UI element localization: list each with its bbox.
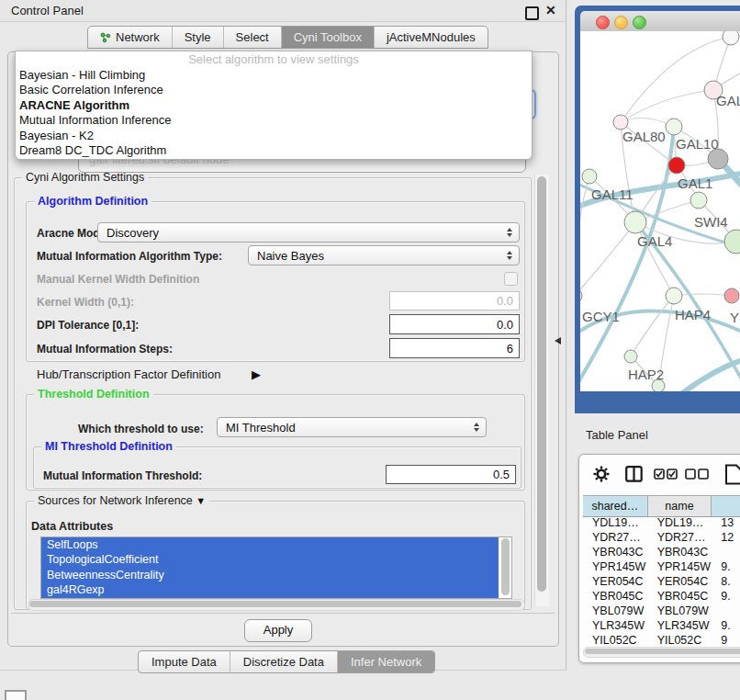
table-row[interactable]: YPR145WYPR145W9. [583, 559, 740, 574]
tab-infer-network[interactable]: Infer Network [338, 651, 434, 672]
data-attributes-label: Data Attributes [31, 520, 113, 533]
table-body[interactable]: YDL19…YDL19…13 YDR27…YDR27…12 YBR043CYBR… [583, 515, 740, 644]
algorithm-option[interactable]: Dream8 DC_TDC Algorithm [16, 143, 532, 158]
network-graph[interactable] [580, 31, 740, 391]
deselect-all-checkboxes-icon[interactable] [685, 469, 709, 480]
group-title: Cyni Algorithm Settings [22, 171, 148, 184]
network-node-swi4[interactable] [690, 192, 707, 209]
column-layout-icon[interactable] [625, 466, 643, 482]
select-all-checkboxes-icon[interactable] [654, 469, 678, 480]
algorithm-option-selected[interactable]: ARACNE Algorithm [16, 98, 532, 113]
sources-title: Sources for Network Inference [38, 494, 193, 507]
stepper-arrows-icon [507, 251, 512, 260]
aracne-mode-combobox[interactable]: Discovery [97, 222, 520, 243]
network-node-gal10[interactable] [666, 119, 682, 135]
column-header-name[interactable]: name [648, 496, 712, 516]
tab-label: Infer Network [351, 655, 421, 669]
algorithm-option[interactable]: Basic Correlation Inference [16, 83, 532, 97]
settings-horizontal-scrollbar[interactable] [28, 599, 525, 611]
network-node-gal11[interactable] [582, 169, 597, 184]
table-row[interactable]: YBL079WYBL079W [583, 604, 740, 618]
table-row[interactable]: YLR345WYLR345W9. [583, 618, 740, 633]
collapse-arrow-icon[interactable]: ▶ [252, 367, 261, 381]
close-icon[interactable]: ✕ [545, 3, 556, 17]
network-canvas[interactable]: GAL GAL80 GAL10 GAL1 GAL11 SWI4 GAL4 GCY… [580, 31, 740, 391]
scrollbar-thumb[interactable] [585, 649, 740, 654]
mi-type-value: Naive Bayes [257, 249, 324, 263]
table-row[interactable]: YDR27…YDR27…12 [583, 530, 740, 545]
network-window-titlebar[interactable] [580, 11, 740, 32]
apply-button[interactable]: Apply [244, 619, 312, 642]
cell-shared: YBR045C [583, 589, 648, 604]
cell-shared: YDL19… [583, 515, 648, 530]
cell-value: 9. [712, 559, 740, 574]
network-node[interactable] [724, 230, 740, 254]
group-title: Threshold Definition [34, 388, 153, 401]
manual-kernel-checkbox[interactable] [504, 272, 518, 286]
column-header-sharedname[interactable]: shared… [583, 496, 648, 516]
float-panel-icon[interactable] [525, 6, 539, 20]
table-row[interactable]: YBR043CYBR043C [583, 545, 740, 559]
table-horizontal-scrollbar[interactable] [583, 647, 740, 658]
manual-kernel-label: Manual Kernel Width Definition [37, 273, 199, 286]
table-row[interactable]: YDL19…YDL19…13 [583, 515, 740, 530]
table-row[interactable]: YIL052CYIL052C9 [583, 633, 740, 644]
tab-label: Network [116, 30, 160, 44]
scrollbar-thumb[interactable] [29, 601, 521, 607]
list-vertical-scrollbar[interactable] [501, 538, 510, 595]
node-label: HAP4 [675, 307, 711, 322]
network-node-selected-red[interactable] [668, 157, 685, 174]
tab-style[interactable]: Style [173, 27, 224, 48]
mi-steps-input[interactable] [389, 338, 520, 358]
attribute-item-selected[interactable]: BetweennessCentrality [41, 568, 499, 582]
column-header-partial[interactable] [712, 496, 740, 516]
tab-cyni-toolbox[interactable]: Cyni Toolbox [282, 27, 375, 48]
data-attributes-list[interactable]: SelfLoops TopologicalCoefficient Between… [40, 536, 512, 599]
scrollbar-thumb[interactable] [537, 176, 546, 592]
aracne-mode-value: Discovery [107, 226, 159, 240]
tab-network[interactable]: Network [88, 27, 173, 48]
network-node-gray[interactable] [708, 149, 728, 169]
tab-jactivemnodules[interactable]: jActiveMNodules [375, 27, 488, 48]
gear-icon[interactable] [593, 466, 610, 482]
network-node-salmon[interactable] [724, 288, 739, 303]
attribute-item-selected[interactable]: gal4RGexp [41, 582, 499, 597]
cell-shared: YBR043C [583, 545, 648, 559]
control-panel: Control Panel ✕ Network Style Select Cyn… [0, 0, 566, 671]
mouse-cursor [555, 337, 561, 344]
table-header-row: shared… name [583, 495, 740, 517]
expand-arrow-icon[interactable]: ▼ [196, 495, 206, 506]
network-node-hap4[interactable] [666, 288, 682, 304]
mi-type-combobox[interactable]: Naive Bayes [248, 245, 520, 265]
network-node[interactable] [723, 31, 739, 45]
application-window: Control Panel ✕ Network Style Select Cyn… [0, 0, 740, 700]
algorithm-option[interactable]: Bayesian - Hill Climbing [16, 68, 532, 83]
close-window-icon[interactable] [596, 16, 610, 29]
table-row[interactable]: YER054CYER054C8. [583, 574, 740, 589]
cell-name: YPR145W [648, 559, 712, 574]
tab-label: jActiveMNodules [387, 30, 476, 44]
minimized-panel-icon[interactable] [5, 690, 27, 700]
table-row[interactable]: YBR045CYBR045C9. [583, 589, 740, 604]
tab-impute-data[interactable]: Impute Data [139, 651, 230, 672]
mi-threshold-input[interactable] [386, 465, 516, 484]
algorithm-option[interactable]: Mutual Information Inference [16, 113, 532, 128]
attribute-item-selected[interactable]: SelfLoops [41, 537, 499, 552]
minimize-window-icon[interactable] [614, 16, 628, 29]
network-node-hap2[interactable] [624, 350, 637, 363]
tab-select[interactable]: Select [224, 27, 282, 48]
network-node-gal4[interactable] [624, 211, 646, 233]
attribute-item-selected[interactable]: TopologicalCoefficient [41, 552, 499, 567]
algorithm-option[interactable]: Bayesian - K2 [16, 129, 532, 143]
hub-section-label[interactable]: Hub/Transcription Factor Definition [37, 367, 220, 381]
new-table-icon[interactable] [724, 464, 740, 485]
network-node-gal80[interactable] [613, 115, 628, 130]
network-view-window[interactable]: GAL GAL80 GAL10 GAL1 GAL11 SWI4 GAL4 GCY… [575, 6, 740, 413]
kernel-width-input[interactable] [389, 291, 520, 310]
tab-discretize-data[interactable]: Discretize Data [230, 651, 338, 672]
zoom-window-icon[interactable] [633, 16, 646, 29]
network-node-gcy1[interactable] [580, 288, 582, 303]
dpi-tolerance-input[interactable] [389, 314, 520, 334]
control-panel-tabbar: Network Style Select Cyni Toolbox jActiv… [87, 26, 488, 49]
which-threshold-combobox[interactable]: MI Threshold [217, 417, 487, 437]
